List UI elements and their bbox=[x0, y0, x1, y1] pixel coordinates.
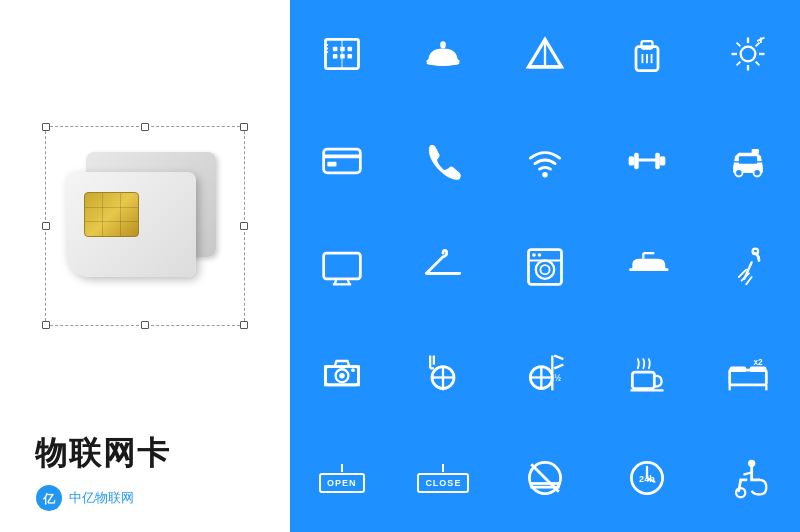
svg-point-24 bbox=[741, 47, 756, 62]
svg-point-72 bbox=[351, 368, 355, 372]
svg-rect-91 bbox=[750, 367, 767, 373]
svg-rect-50 bbox=[323, 253, 360, 279]
svg-point-10 bbox=[326, 44, 328, 46]
icon-climate[interactable] bbox=[698, 2, 798, 106]
icon-grid: ½ x2 OPEN CLOSE 24h bbox=[290, 0, 800, 532]
svg-rect-89 bbox=[730, 370, 767, 385]
svg-line-32 bbox=[737, 62, 741, 66]
handle-bl[interactable] bbox=[42, 321, 50, 329]
sim-card-front bbox=[66, 172, 196, 277]
svg-text:亿: 亿 bbox=[42, 492, 56, 506]
svg-rect-8 bbox=[347, 54, 352, 59]
close-sign-display: CLOSE bbox=[417, 464, 469, 493]
icon-taxi[interactable] bbox=[698, 108, 798, 212]
svg-point-57 bbox=[540, 265, 549, 274]
svg-point-45 bbox=[735, 169, 742, 176]
svg-line-31 bbox=[756, 43, 760, 47]
svg-rect-5 bbox=[347, 47, 352, 52]
icon-tv[interactable] bbox=[292, 214, 392, 318]
handle-br[interactable] bbox=[240, 321, 248, 329]
svg-text:½: ½ bbox=[554, 374, 561, 383]
svg-line-84 bbox=[554, 365, 563, 369]
svg-point-64 bbox=[753, 249, 759, 255]
handle-tm[interactable] bbox=[141, 123, 149, 131]
handle-tl[interactable] bbox=[42, 123, 50, 131]
icon-close-sign[interactable]: CLOSE bbox=[394, 426, 494, 530]
svg-line-68 bbox=[746, 277, 752, 284]
icon-credit-card[interactable] bbox=[292, 108, 392, 212]
brand-logo-icon: 亿 bbox=[35, 484, 63, 512]
icon-room-service[interactable] bbox=[394, 2, 494, 106]
icon-camera[interactable] bbox=[292, 320, 392, 424]
svg-rect-43 bbox=[659, 156, 665, 165]
icon-24h[interactable]: 24h bbox=[597, 426, 697, 530]
svg-point-12 bbox=[326, 51, 328, 53]
icon-camping[interactable] bbox=[495, 2, 595, 106]
svg-point-11 bbox=[326, 48, 328, 50]
icon-gym[interactable] bbox=[597, 108, 697, 212]
icon-half-board[interactable]: ½ bbox=[495, 320, 595, 424]
svg-point-46 bbox=[754, 169, 761, 176]
svg-rect-39 bbox=[628, 156, 634, 165]
icon-washer[interactable] bbox=[495, 214, 595, 318]
svg-rect-20 bbox=[641, 41, 652, 48]
page-title: 物联网卡 bbox=[35, 432, 171, 476]
title-area: 物联网卡 亿 中亿物联网 bbox=[20, 432, 270, 512]
icon-phone[interactable] bbox=[394, 108, 494, 212]
brand-row: 亿 中亿物联网 bbox=[35, 484, 134, 512]
handle-tr[interactable] bbox=[240, 123, 248, 131]
handle-bm[interactable] bbox=[141, 321, 149, 329]
icon-hanger[interactable] bbox=[394, 214, 494, 318]
svg-rect-37 bbox=[327, 162, 336, 167]
icon-restaurant[interactable] bbox=[394, 320, 494, 424]
selection-box bbox=[45, 126, 245, 326]
icon-wheelchair[interactable] bbox=[698, 426, 798, 530]
svg-text:x2: x2 bbox=[754, 358, 764, 367]
sim-chip bbox=[84, 192, 139, 237]
open-sign-box: OPEN bbox=[319, 473, 365, 493]
svg-line-29 bbox=[737, 43, 741, 47]
svg-point-71 bbox=[339, 373, 345, 379]
svg-rect-86 bbox=[632, 372, 654, 389]
svg-point-15 bbox=[427, 60, 460, 66]
handle-ml[interactable] bbox=[42, 222, 50, 230]
svg-rect-35 bbox=[323, 149, 360, 173]
close-sign-hook bbox=[442, 464, 444, 472]
icon-hotel[interactable] bbox=[292, 2, 392, 106]
svg-point-38 bbox=[542, 172, 548, 178]
icon-wifi[interactable] bbox=[495, 108, 595, 212]
icon-no-smoking[interactable] bbox=[495, 426, 595, 530]
icon-open-sign[interactable]: OPEN bbox=[292, 426, 392, 530]
svg-line-83 bbox=[554, 356, 563, 360]
svg-rect-90 bbox=[730, 367, 747, 373]
brand-name: 中亿物联网 bbox=[69, 489, 134, 507]
open-sign-display: OPEN bbox=[319, 464, 365, 493]
svg-point-101 bbox=[736, 488, 745, 497]
left-panel: 物联网卡 亿 中亿物联网 bbox=[0, 0, 290, 532]
svg-rect-47 bbox=[739, 156, 757, 163]
svg-point-58 bbox=[532, 253, 536, 257]
svg-rect-6 bbox=[333, 54, 338, 59]
icon-iron[interactable] bbox=[597, 214, 697, 318]
sim-card-area bbox=[20, 20, 270, 432]
icon-coffee[interactable] bbox=[597, 320, 697, 424]
svg-rect-42 bbox=[655, 153, 660, 170]
svg-line-30 bbox=[756, 62, 760, 66]
icon-shower[interactable] bbox=[698, 214, 798, 318]
svg-rect-48 bbox=[752, 149, 759, 154]
icon-double-bed[interactable]: x2 bbox=[698, 320, 798, 424]
svg-rect-14 bbox=[441, 41, 447, 48]
icon-luggage[interactable] bbox=[597, 2, 697, 106]
svg-point-59 bbox=[538, 253, 542, 257]
svg-point-56 bbox=[536, 261, 554, 279]
svg-rect-3 bbox=[333, 47, 338, 52]
close-sign-box: CLOSE bbox=[417, 473, 469, 493]
open-sign-hook bbox=[341, 464, 343, 472]
handle-mr[interactable] bbox=[240, 222, 248, 230]
